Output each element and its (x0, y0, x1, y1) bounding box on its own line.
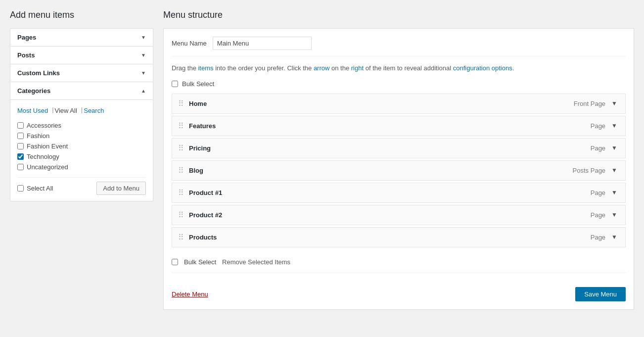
bulk-select-bottom-label[interactable]: Bulk Select (184, 258, 216, 266)
table-row[interactable]: ⠿ Home Front Page ▼ (172, 94, 626, 114)
accordion-categories-content: Most Used | View All | Search Accessorie… (10, 99, 153, 201)
accordion-custom-links: Custom Links ▼ (10, 64, 153, 82)
menu-item-type: Posts Page (573, 167, 606, 174)
add-to-menu-button[interactable]: Add to Menu (96, 182, 146, 195)
drag-handle-icon: ⠿ (178, 144, 184, 153)
menu-item-name: Product #2 (189, 211, 222, 219)
category-label-uncategorized[interactable]: Uncategorized (27, 163, 68, 171)
menu-item-type: Page (591, 144, 605, 152)
left-panel: Add menu items Pages ▼ Posts ▼ Custom Li… (10, 10, 153, 327)
menu-structure-box: Menu Name Drag the items into the order … (163, 28, 634, 310)
list-item: Uncategorized (17, 162, 146, 172)
chevron-down-icon[interactable]: ▼ (609, 233, 619, 241)
select-all-checkbox[interactable] (17, 185, 24, 192)
bulk-select-bottom-checkbox[interactable] (172, 259, 178, 265)
table-row[interactable]: ⠿ Product #2 Page ▼ (172, 205, 626, 225)
drag-handle-icon: ⠿ (178, 188, 184, 197)
category-checkbox-fashion-event[interactable] (17, 143, 24, 149)
category-label-fashion-event[interactable]: Fashion Event (27, 143, 68, 150)
bulk-select-top-row: Bulk Select (172, 80, 626, 88)
tab-search[interactable]: Search (84, 106, 107, 115)
table-row[interactable]: ⠿ Blog Posts Page ▼ (172, 160, 626, 181)
accordion-custom-links-label: Custom Links (17, 69, 60, 77)
table-row[interactable]: ⠿ Features Page ▼ (172, 116, 626, 136)
drag-handle-icon: ⠿ (178, 233, 184, 242)
accordion-posts-arrow-icon: ▼ (141, 52, 146, 58)
chevron-down-icon[interactable]: ▼ (609, 188, 619, 197)
bulk-select-bottom-row: Bulk Select Remove Selected Items (172, 255, 626, 273)
accordion-posts-label: Posts (17, 51, 35, 59)
category-label-accessories[interactable]: Accessories (27, 122, 61, 129)
categories-tabs: Most Used | View All | Search (17, 106, 146, 115)
menu-item-name: Products (189, 234, 217, 241)
chevron-down-icon[interactable]: ▼ (609, 99, 619, 108)
menu-item-name: Features (189, 122, 216, 130)
menu-item-name: Pricing (189, 144, 211, 152)
accordion-pages: Pages ▼ (10, 28, 153, 47)
accordion-pages-label: Pages (17, 34, 36, 41)
category-label-fashion[interactable]: Fashion (27, 132, 49, 140)
table-row[interactable]: ⠿ Product #1 Page ▼ (172, 183, 626, 203)
chevron-down-icon[interactable]: ▼ (609, 144, 619, 152)
list-item: Fashion (17, 131, 146, 141)
menu-item-type: Page (591, 211, 605, 219)
menu-name-row: Menu Name (172, 37, 626, 56)
tab-view-all[interactable]: View All (55, 106, 80, 115)
bulk-select-top-checkbox[interactable] (172, 81, 178, 87)
instruction-text: Drag the items into the order you prefer… (172, 63, 626, 73)
menu-item-type: Page (591, 234, 605, 241)
table-row[interactable]: ⠿ Pricing Page ▼ (172, 138, 626, 158)
category-label-technology[interactable]: Technology (27, 153, 59, 160)
remove-selected-button[interactable]: Remove Selected Items (222, 258, 290, 266)
accordion-custom-links-header[interactable]: Custom Links ▼ (10, 64, 153, 82)
instruction-link-config[interactable]: configuration options (453, 64, 512, 72)
tab-separator-2: | (81, 106, 83, 115)
instruction-link-items[interactable]: items (198, 64, 213, 72)
tab-separator-1: | (52, 106, 53, 115)
chevron-down-icon[interactable]: ▼ (609, 166, 619, 175)
category-checkbox-uncategorized[interactable] (17, 164, 24, 170)
accordion-categories-label: Categories (17, 87, 50, 95)
chevron-down-icon[interactable]: ▼ (609, 210, 619, 219)
accordion-categories-header[interactable]: Categories ▲ (10, 82, 153, 99)
menu-name-input[interactable] (213, 37, 312, 50)
category-checkbox-fashion[interactable] (17, 133, 24, 139)
menu-item-type: Front Page (574, 100, 605, 107)
menu-item-name: Home (189, 100, 207, 107)
category-list: Accessories Fashion Fashion Event Techno… (17, 120, 146, 172)
list-item: Accessories (17, 120, 146, 131)
menu-name-label: Menu Name (172, 40, 207, 47)
tab-most-used[interactable]: Most Used (17, 106, 51, 115)
instruction-link-arrow[interactable]: arrow (314, 64, 330, 72)
menu-item-name: Product #1 (189, 189, 222, 196)
drag-handle-icon: ⠿ (178, 121, 184, 131)
footer-actions: Delete Menu Save Menu (172, 281, 626, 301)
bulk-select-top-label[interactable]: Bulk Select (182, 80, 214, 88)
select-all-label[interactable]: Select All (27, 185, 53, 192)
drag-handle-icon: ⠿ (178, 210, 184, 220)
list-item: Technology (17, 151, 146, 162)
category-checkbox-technology[interactable] (17, 153, 24, 160)
accordion-posts: Posts ▼ (10, 46, 153, 64)
delete-menu-button[interactable]: Delete Menu (172, 290, 208, 298)
categories-footer: Select All Add to Menu (17, 177, 146, 195)
accordion-pages-header[interactable]: Pages ▼ (10, 29, 153, 46)
menu-item-type: Page (591, 189, 605, 196)
left-panel-title: Add menu items (10, 10, 153, 20)
drag-handle-icon: ⠿ (178, 99, 184, 108)
save-menu-button[interactable]: Save Menu (575, 287, 626, 301)
chevron-down-icon[interactable]: ▼ (609, 121, 619, 130)
menu-item-name: Blog (189, 167, 203, 174)
accordion-custom-links-arrow-icon: ▼ (141, 70, 146, 76)
accordion-posts-header[interactable]: Posts ▼ (10, 47, 153, 64)
right-panel: Menu structure Menu Name Drag the items … (163, 10, 634, 327)
menu-item-type: Page (591, 122, 605, 130)
drag-handle-icon: ⠿ (178, 166, 184, 175)
accordion-pages-arrow-icon: ▼ (141, 35, 146, 40)
right-panel-title: Menu structure (163, 10, 634, 20)
instruction-link-right[interactable]: right (351, 64, 364, 72)
category-checkbox-accessories[interactable] (17, 122, 24, 129)
accordion-categories-arrow-icon: ▲ (141, 88, 146, 94)
list-item: Fashion Event (17, 141, 146, 151)
table-row[interactable]: ⠿ Products Page ▼ (172, 227, 626, 247)
